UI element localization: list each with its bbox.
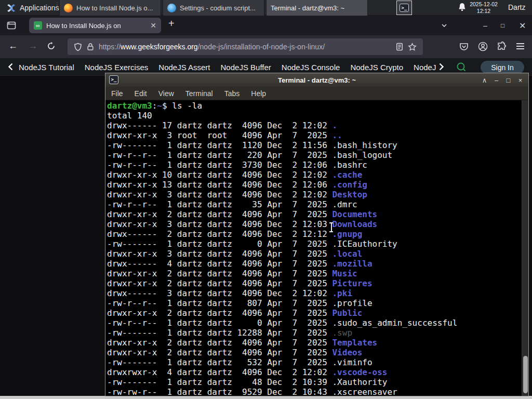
bookmark-star-icon[interactable]: [408, 43, 417, 51]
window-minimize-button[interactable]: –: [483, 16, 487, 35]
task-title: Terminal - dartz@vm3: ~: [271, 4, 344, 12]
listing-row: drwxr-xr-x 2 dartz dartz 4096 Apr 7 2025…: [107, 338, 528, 348]
listing-row: -rw------- 1 dartz dartz 12288 Apr 7 202…: [107, 328, 528, 338]
task-title: Settings - codium script...: [180, 4, 256, 12]
terminal-close-button[interactable]: ×: [514, 73, 526, 87]
geeksforgeeks-favicon-icon: ∞: [34, 21, 42, 30]
browser-tab-bar: ∞ How to Install Node.js on ✕ + – □ ✕: [0, 16, 532, 35]
extensions-puzzle-icon[interactable]: [497, 42, 506, 51]
task-button-codium[interactable]: Settings - codium script...: [163, 0, 264, 16]
hamburger-menu-icon[interactable]: [516, 43, 525, 50]
terminal-icon: >_: [109, 75, 118, 84]
reader-mode-icon[interactable]: [396, 43, 403, 51]
codium-icon: [167, 4, 176, 12]
terminal-menu-file[interactable]: File: [105, 89, 129, 98]
browser-tab-active[interactable]: ∞ How to Install Node.js on ✕: [29, 18, 161, 33]
panel-clock[interactable]: 2025-12-02 12:12: [469, 1, 498, 15]
applications-label: Applications: [20, 4, 59, 12]
tray-terminal-icon[interactable]: >_: [396, 1, 412, 15]
terminal-shade-button[interactable]: ∧: [478, 73, 490, 87]
browser-toolbar: ← → https://www.geeksforgeeks.org/node-j…: [0, 35, 532, 58]
search-icon[interactable]: [456, 62, 467, 72]
window-restore-button[interactable]: □: [501, 16, 504, 35]
nav-item-nodejs-tutorial[interactable]: NodeJS Tutorial: [19, 63, 74, 72]
listing-row: drwxr-xr-x 3 dartz dartz 4096 Dec 2 12:0…: [107, 190, 528, 200]
listing-row: -rw-r--r-- 1 dartz dartz 35 Apr 7 2025 .…: [107, 200, 528, 209]
listing-row: -rw-r--r-- 1 dartz dartz 0 Apr 7 2025 .s…: [107, 318, 528, 328]
listing-row: drwx------ 17 dartz dartz 4096 Dec 2 12:…: [107, 121, 528, 130]
terminal-total-line: total 140: [107, 111, 528, 121]
terminal-menu-tabs[interactable]: Tabs: [219, 89, 246, 98]
terminal-menu-help[interactable]: Help: [245, 89, 272, 98]
listing-row: -rw-r--r-- 1 dartz dartz 807 Apr 7 2025 …: [107, 298, 528, 308]
firefox-view-icon[interactable]: [6, 20, 17, 31]
url-bar[interactable]: https://www.geeksforgeeks.org/node-js/in…: [68, 38, 423, 55]
forward-button[interactable]: →: [28, 41, 37, 51]
window-task-list: How to Install Node.js o...Settings - co…: [59, 0, 368, 16]
listing-row: drwxr-xr-x 2 dartz dartz 4096 Apr 7 2025…: [107, 348, 528, 357]
notification-bell-icon[interactable]: [458, 3, 466, 11]
listing-row: drwxr-xr-x 2 dartz dartz 4096 Apr 7 2025…: [107, 278, 528, 288]
nav-item-nodejs-dns[interactable]: NodeJS DNS: [414, 63, 436, 72]
tab-title: How to Install Node.js on: [46, 22, 146, 30]
listing-row: drwxrwxr-x 4 dartz dartz 4096 Dec 2 12:0…: [107, 367, 528, 377]
terminal-menu-terminal[interactable]: Terminal: [180, 89, 219, 98]
tracking-shield-icon[interactable]: [74, 43, 82, 51]
back-button[interactable]: ←: [8, 41, 18, 51]
terminal-window-title: Terminal - dartz@vm3: ~: [105, 76, 528, 84]
terminal-scrollbar[interactable]: [522, 100, 528, 396]
padlock-icon[interactable]: [87, 43, 94, 51]
listing-row: -rw------- 1 dartz dartz 48 Dec 2 10:39 …: [107, 377, 528, 387]
terminal-minimize-button[interactable]: –: [490, 73, 502, 87]
distro-logo-icon: [6, 3, 16, 13]
listing-row: drwxr-xr-x 2 dartz dartz 4096 Apr 7 2025…: [107, 209, 528, 219]
nav-scroll-left-icon[interactable]: [7, 63, 14, 71]
nav-item-nodejs-console[interactable]: NodeJS Console: [282, 63, 340, 72]
listing-row: -rw-rw-r-- 1 dartz dartz 9529 Dec 2 10:4…: [107, 387, 528, 396]
listing-row: drwxr-xr-x 2 dartz dartz 4096 Apr 7 2025…: [107, 269, 528, 278]
nav-item-nodejs-exercises[interactable]: NodeJS Exercises: [85, 63, 149, 72]
terminal-screen[interactable]: dartz@vm3:~$ ls -latotal 140drwx------ 1…: [105, 100, 528, 396]
nav-scroll-right-icon[interactable]: [438, 63, 445, 71]
terminal-maximize-button[interactable]: □: [502, 73, 514, 87]
terminal-output: dartz@vm3:~$ ls -latotal 140drwx------ 1…: [105, 100, 528, 396]
listing-row: -rw------- 1 dartz dartz 1120 Dec 2 11:5…: [107, 140, 528, 150]
terminal-menubar: FileEditViewTerminalTabsHelp: [105, 87, 528, 100]
url-scheme: https://: [99, 43, 121, 51]
terminal-titlebar[interactable]: >_ Terminal - dartz@vm3: ~ ∧–□×: [105, 73, 528, 87]
task-button-terminal[interactable]: >_Terminal - dartz@vm3: ~: [266, 0, 368, 16]
nav-item-nodejs-assert[interactable]: NodeJS Assert: [158, 63, 210, 72]
listing-row: drwxr-xr-x 3 dartz dartz 4096 Apr 7 2025…: [107, 249, 528, 259]
listing-row: drwxr-xr-x 13 dartz dartz 4096 Dec 2 12:…: [107, 180, 528, 190]
firefox-icon: [64, 4, 73, 12]
nav-item-nodejs-buffer[interactable]: NodeJS Buffer: [221, 63, 271, 72]
terminal-menu-edit[interactable]: Edit: [129, 89, 153, 98]
reload-button[interactable]: [47, 42, 56, 50]
listing-row: drwx------ 3 dartz dartz 4096 Dec 2 12:0…: [107, 288, 528, 298]
clock-time: 12:12: [469, 8, 498, 15]
listing-row: -rw------- 1 dartz dartz 0 Apr 7 2025 .I…: [107, 239, 528, 249]
top-panel: Applications ⋮⋮ How to Install Node.js o…: [0, 0, 532, 16]
panel-username[interactable]: Dartz: [508, 3, 525, 11]
account-icon[interactable]: [478, 42, 488, 51]
listing-row: -rw-r--r-- 1 dartz dartz 220 Apr 7 2025 …: [107, 150, 528, 160]
listing-row: drwxr-xr-x 3 dartz dartz 4096 Dec 2 12:0…: [107, 219, 528, 229]
url-text: https://www.geeksforgeeks.org/node-js/in…: [99, 43, 391, 51]
window-close-button[interactable]: ✕: [519, 16, 526, 35]
pocket-icon[interactable]: [459, 42, 469, 51]
terminal-menu-view[interactable]: View: [153, 89, 180, 98]
task-title: How to Install Node.js o...: [76, 4, 153, 12]
new-tab-button[interactable]: +: [168, 18, 175, 30]
list-tabs-chevron-icon[interactable]: [441, 16, 448, 35]
listing-row: -rw-r--r-- 1 dartz dartz 3730 Dec 2 12:0…: [107, 160, 528, 170]
listing-row: drwx------ 2 dartz dartz 4096 Dec 2 12:1…: [107, 229, 528, 239]
sign-in-button[interactable]: Sign In: [481, 61, 524, 74]
nav-item-nodejs-crypto[interactable]: NodeJS Crypto: [350, 63, 403, 72]
task-button-firefox[interactable]: How to Install Node.js o...: [59, 0, 161, 16]
terminal-scrollbar-thumb[interactable]: [523, 356, 528, 393]
terminal-window: >_ Terminal - dartz@vm3: ~ ∧–□× FileEdit…: [105, 73, 529, 396]
desktop: Applications ⋮⋮ How to Install Node.js o…: [0, 0, 532, 399]
listing-row: drwxr-xr-x 3 root root 4096 Apr 7 2025 .…: [107, 130, 528, 140]
tab-close-icon[interactable]: ✕: [150, 21, 156, 30]
url-path: /node-js/installation-of-node-js-on-linu…: [198, 43, 325, 51]
